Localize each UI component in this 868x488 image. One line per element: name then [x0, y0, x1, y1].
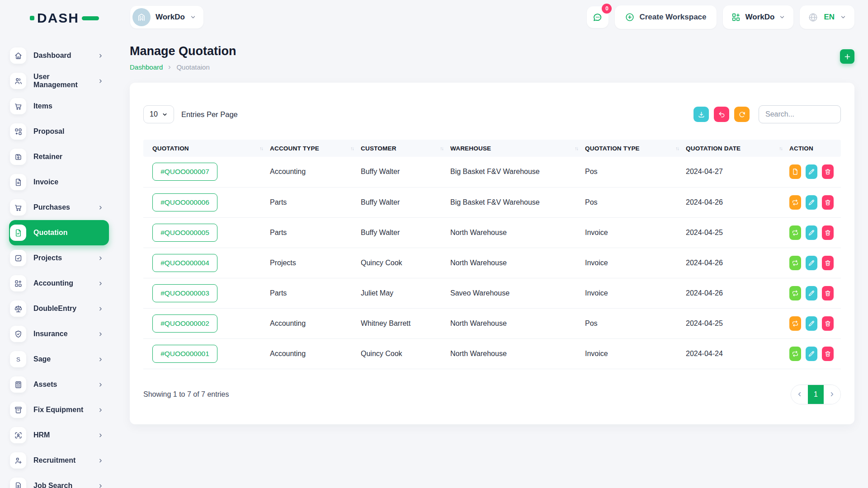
entries-per-page-label: Entries Per Page	[181, 110, 238, 119]
undo-button[interactable]	[714, 107, 729, 122]
sidebar-item-label: Sage	[33, 355, 51, 363]
edit-button[interactable]	[806, 286, 817, 300]
column-label: ACCOUNT TYPE	[270, 145, 319, 152]
user-scan-icon	[10, 427, 26, 443]
entries-per-page-select[interactable]: 10	[143, 105, 174, 123]
edit-button[interactable]	[806, 256, 817, 270]
column-header-customer[interactable]: CUSTOMER↑↓	[361, 140, 450, 157]
pagination-next-button[interactable]	[824, 385, 840, 404]
edit-button[interactable]	[806, 164, 817, 179]
quotation-id-button[interactable]: #QUOO000005	[152, 224, 217, 242]
quotation-id-button[interactable]: #QUOO000006	[152, 193, 217, 211]
workspace-switcher[interactable]: WorkDo	[130, 6, 203, 28]
edit-button[interactable]	[806, 316, 817, 331]
convert-button[interactable]	[789, 347, 801, 361]
document-button[interactable]	[789, 164, 801, 179]
cell-action	[789, 308, 841, 338]
sidebar-item-accounting[interactable]: Accounting	[9, 271, 109, 296]
create-workspace-button[interactable]: Create Workspace	[615, 5, 716, 29]
main-content: Manage Quotation Dashboard Quotataion 10…	[115, 34, 868, 424]
delete-button[interactable]	[822, 256, 834, 270]
pencil-icon	[808, 199, 815, 206]
breadcrumb-dashboard-link[interactable]: Dashboard	[130, 63, 163, 71]
sidebar-item-assets[interactable]: Assets	[9, 372, 109, 397]
delete-button[interactable]	[822, 164, 834, 179]
sidebar-item-recruitment[interactable]: Recruitment	[9, 448, 109, 473]
convert-button[interactable]	[789, 225, 801, 240]
sidebar-item-doubleentry[interactable]: DoubleEntry	[9, 296, 109, 321]
refresh-button[interactable]	[734, 107, 750, 122]
cell-quotation-date: 2024-04-26	[686, 248, 789, 278]
workdo-menu-label: WorkDo	[745, 13, 775, 22]
convert-button[interactable]	[789, 256, 801, 270]
sidebar-item-label: Retainer	[33, 153, 62, 161]
quotation-id-button[interactable]: #QUOO000002	[152, 314, 217, 333]
download-button[interactable]	[693, 107, 709, 122]
column-header-quotation[interactable]: QUOTATION↑↓	[143, 140, 270, 157]
sidebar-item-purchases[interactable]: Purchases	[9, 195, 109, 220]
delete-button[interactable]	[822, 347, 834, 361]
edit-button[interactable]	[806, 347, 817, 361]
message-icon	[592, 12, 603, 23]
cell-quotation: #QUOO000006	[143, 187, 270, 217]
column-header-warehouse[interactable]: WAREHOUSE↑↓	[450, 140, 585, 157]
pagination: 1	[791, 385, 841, 404]
cell-quotation: #QUOO000004	[143, 248, 270, 278]
sidebar-item-sage[interactable]: SSage	[9, 347, 109, 372]
add-quotation-button[interactable]	[840, 49, 854, 64]
sidebar-item-hrm[interactable]: HRM	[9, 422, 109, 448]
chevron-right-icon	[829, 391, 835, 398]
table-row: #QUOO000003PartsJuliet MaySaveo Warehous…	[143, 278, 841, 308]
cell-account-type: Parts	[270, 187, 361, 217]
chevron-down-icon	[190, 14, 196, 20]
messages-button[interactable]: 0	[587, 6, 609, 28]
column-header-quotation-date[interactable]: QUOTATION DATE↑↓	[686, 140, 789, 157]
shield-check-icon	[10, 326, 26, 342]
delete-button[interactable]	[822, 286, 834, 300]
workdo-menu-button[interactable]: WorkDo	[723, 5, 794, 29]
sidebar-item-fix-equipment[interactable]: Fix Equipment	[9, 397, 109, 422]
delete-button[interactable]	[822, 195, 834, 210]
cell-action	[789, 217, 841, 248]
quotation-id-button[interactable]: #QUOO000004	[152, 254, 217, 272]
cell-warehouse: North Warehouse	[450, 308, 585, 338]
sidebar-item-label: Dashboard	[33, 52, 71, 60]
pagination-prev-button[interactable]	[791, 385, 808, 404]
cell-quotation-type: Invoice	[585, 278, 686, 308]
edit-button[interactable]	[806, 195, 817, 210]
edit-button[interactable]	[806, 225, 817, 240]
user-plus-icon	[10, 452, 26, 469]
grid-arrow-icon	[10, 123, 26, 140]
sidebar-item-dashboard[interactable]: Dashboard	[9, 43, 109, 68]
file-user-icon	[10, 478, 26, 488]
column-header-account-type[interactable]: ACCOUNT TYPE↑↓	[270, 140, 361, 157]
search-input[interactable]	[759, 105, 841, 123]
pagination-current-page[interactable]: 1	[808, 385, 824, 404]
column-header-quotation-type[interactable]: QUOTATION TYPE↑↓	[585, 140, 686, 157]
page-title: Manage Quotation	[130, 44, 236, 58]
quotation-id-button[interactable]: #QUOO000001	[152, 345, 217, 363]
column-label: QUOTATION	[152, 145, 189, 152]
sidebar-item-quotation[interactable]: Quotation	[9, 220, 109, 245]
sidebar-item-insurance[interactable]: Insurance	[9, 321, 109, 347]
delete-button[interactable]	[822, 316, 834, 331]
sidebar-item-proposal[interactable]: Proposal	[9, 119, 109, 144]
checkbox-icon	[10, 250, 26, 266]
sidebar-item-job-search[interactable]: Job Search	[9, 473, 109, 488]
sidebar-item-items[interactable]: Items	[9, 94, 109, 119]
quotation-id-button[interactable]: #QUOO000003	[152, 284, 217, 302]
sidebar-item-invoice[interactable]: Invoice	[9, 169, 109, 195]
cell-quotation-date: 2024-04-26	[686, 278, 789, 308]
quotation-id-button[interactable]: #QUOO000007	[152, 163, 217, 181]
pencil-icon	[808, 290, 815, 297]
convert-button[interactable]	[789, 316, 801, 331]
language-selector[interactable]: EN	[800, 5, 854, 29]
convert-button[interactable]	[789, 195, 801, 210]
cell-quotation-type: Pos	[585, 308, 686, 338]
convert-button[interactable]	[789, 286, 801, 300]
sidebar-item-projects[interactable]: Projects	[9, 245, 109, 271]
logo-dot-icon	[30, 16, 34, 20]
delete-button[interactable]	[822, 225, 834, 240]
sidebar-item-user-management[interactable]: User Management	[9, 68, 109, 94]
sidebar-item-retainer[interactable]: Retainer	[9, 144, 109, 169]
